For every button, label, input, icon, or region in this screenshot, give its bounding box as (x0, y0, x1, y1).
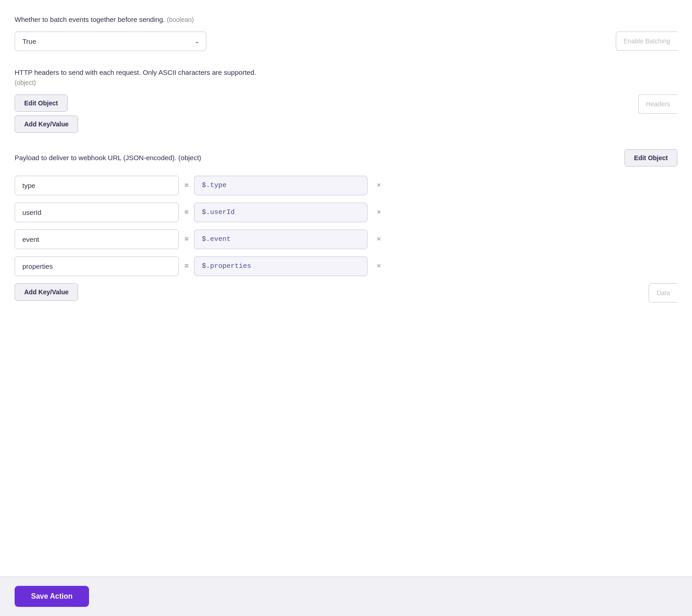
kv-row-properties: = × (15, 256, 677, 276)
kv-value-properties[interactable] (194, 256, 367, 276)
kv-value-userid[interactable] (194, 203, 367, 222)
equals-sign-3: = (184, 235, 189, 243)
batching-select-wrapper: True False ⌄ (15, 31, 206, 51)
headers-edit-object-button[interactable]: Edit Object (15, 94, 68, 112)
payload-edit-object-button[interactable]: Edit Object (624, 149, 677, 167)
equals-sign-2: = (184, 208, 189, 216)
enable-batching-label: Enable Batching (616, 31, 677, 51)
kv-key-userid[interactable] (15, 203, 179, 222)
equals-sign-1: = (184, 181, 189, 189)
headers-add-key-value-button[interactable]: Add Key/Value (15, 115, 78, 133)
save-action-button[interactable]: Save Action (15, 586, 89, 607)
data-label: Data (649, 283, 677, 303)
kv-delete-properties[interactable]: × (373, 260, 384, 272)
payload-header: Payload to deliver to webhook URL (JSON-… (15, 149, 677, 167)
kv-row-event: = × (15, 230, 677, 249)
payload-add-key-value-button[interactable]: Add Key/Value (15, 283, 78, 301)
save-bar: Save Action (0, 576, 692, 616)
headers-label: Headers (638, 94, 677, 114)
batching-select[interactable]: True False (15, 31, 206, 51)
equals-sign-4: = (184, 262, 189, 270)
kv-key-event[interactable] (15, 230, 179, 249)
headers-description: HTTP headers to send with each request. … (15, 68, 677, 88)
batching-description: Whether to batch events together before … (15, 15, 677, 25)
kv-delete-type[interactable]: × (373, 179, 384, 191)
headers-button-group: Edit Object Add Key/Value (15, 94, 78, 133)
kv-value-event[interactable] (194, 230, 367, 249)
kv-row-type: = × (15, 176, 677, 195)
kv-row-userid: = × (15, 203, 677, 222)
kv-delete-userid[interactable]: × (373, 206, 384, 218)
kv-key-type[interactable] (15, 176, 179, 195)
kv-value-type[interactable] (194, 176, 367, 195)
kv-key-properties[interactable] (15, 256, 179, 276)
kv-delete-event[interactable]: × (373, 233, 384, 245)
payload-description: Payload to deliver to webhook URL (JSON-… (15, 154, 613, 162)
